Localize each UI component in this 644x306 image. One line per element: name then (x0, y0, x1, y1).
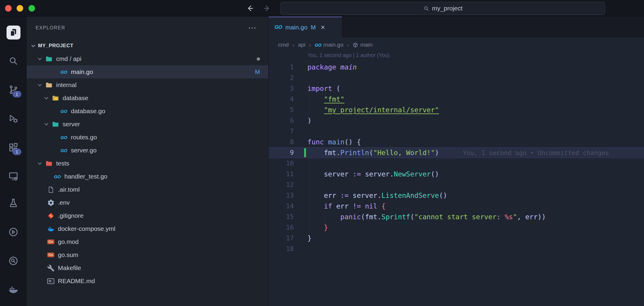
breadcrumb-label: main.go (323, 42, 344, 48)
chevron-down-icon (30, 43, 36, 49)
tab-label: main.go (285, 24, 307, 31)
run-debug-tab[interactable] (5, 110, 22, 127)
tree-item-label: routes.go (71, 134, 97, 141)
breadcrumb: cmd›api›GOmain.go›main (269, 37, 644, 52)
line-number: 8 (269, 137, 294, 147)
line-number: 3 (269, 83, 294, 94)
code-line-16[interactable]: 16 } (269, 222, 644, 233)
tree-item-label: README.md (58, 277, 95, 285)
vscode-window: my_project 1 1 (0, 0, 644, 306)
code-line-12[interactable]: 12 (269, 179, 644, 190)
code-text: if err != nil { (307, 202, 386, 210)
minimize-window-button[interactable] (17, 5, 23, 12)
tree-item-label: Makefile (58, 264, 81, 272)
maximize-window-button[interactable] (28, 5, 35, 12)
testing-tab[interactable] (5, 195, 22, 211)
code-line-10[interactable]: 10 (269, 158, 644, 169)
code-line-6[interactable]: 6) (269, 115, 644, 126)
tree-item-cmd-api[interactable]: cmd / api (27, 52, 268, 65)
run-debug-icon (8, 113, 19, 124)
tree-item-gitignore[interactable]: .gitignore (27, 209, 268, 222)
tree-item-label: .air.toml (58, 186, 80, 193)
code-line-17[interactable]: 17} (269, 233, 644, 244)
tree-item-docker-compose-yml[interactable]: docker-compose.yml (27, 222, 268, 235)
history-forward-button[interactable] (262, 4, 271, 13)
explorer-tab[interactable] (5, 24, 22, 41)
code-line-14[interactable]: 14 if err != nil { (269, 201, 644, 212)
code-line-13[interactable]: 13 err := server.ListenAndServe() (269, 190, 644, 201)
go-file-icon: GO (54, 174, 61, 179)
sidebar-explorer: EXPLORER ⋯ MY_PROJECT cmd / apiGOmain.go… (27, 17, 269, 306)
remote-explorer-tab[interactable] (5, 168, 22, 184)
go-file-icon: GO (61, 135, 67, 140)
code-text: server := server.NewServer() (307, 170, 439, 178)
code-text: package main (307, 63, 357, 71)
tree-item-readme-md[interactable]: M↓README.md (27, 275, 268, 288)
breadcrumb-label: main (360, 42, 372, 48)
extensions-tab[interactable]: 1 (5, 139, 22, 156)
tab-modified-badge: M (311, 24, 316, 31)
code-line-2[interactable]: 2 (269, 72, 644, 83)
code-line-5[interactable]: 5 "my_project/internal/server" (269, 105, 644, 115)
explorer-title: EXPLORER (36, 25, 65, 31)
breadcrumb-item[interactable]: api (298, 42, 305, 48)
command-center-search[interactable]: my_project (280, 2, 605, 15)
code-line-15[interactable]: 15 panic(fmt.Sprintf("cannot start serve… (269, 212, 644, 222)
tab-main-go[interactable]: GO main.go M × (269, 17, 342, 37)
line-number: 13 (269, 190, 294, 201)
tree-item-go-sum[interactable]: Gogo.sum (27, 248, 268, 261)
tree-item-go-mod[interactable]: Gogo.mod (27, 235, 268, 248)
line-number: 1 (269, 62, 294, 72)
beaker-icon (8, 198, 19, 208)
close-window-button[interactable] (5, 5, 12, 12)
tree-item-server[interactable]: server (27, 118, 268, 131)
code-text: "my_project/internal/server" (307, 106, 439, 114)
activity-bar: 1 1 (0, 17, 27, 306)
run-circle-tab[interactable] (5, 224, 22, 240)
tree-item-air-toml[interactable]: .air.toml (27, 183, 268, 196)
code-line-11[interactable]: 11 server := server.NewServer() (269, 169, 644, 179)
line-number: 5 (269, 105, 294, 115)
code-line-8[interactable]: 8func main() { (269, 137, 644, 147)
docker-tab[interactable] (5, 281, 22, 298)
source-control-tab[interactable]: 1 (5, 81, 22, 98)
files-icon (7, 26, 20, 40)
wrench-icon (47, 264, 55, 272)
code-text: ) (307, 117, 312, 124)
chevron-down-icon (37, 82, 45, 88)
inspect-circle-tab[interactable] (5, 253, 22, 269)
tree-item-tests[interactable]: tests (27, 157, 268, 170)
history-back-button[interactable] (246, 4, 255, 13)
breadcrumb-item[interactable]: cmd (278, 42, 289, 48)
tree-item-routes-go[interactable]: GOroutes.go (27, 131, 268, 144)
title-bar: my_project (0, 0, 644, 17)
tree-item-makefile[interactable]: Makefile (27, 261, 268, 275)
remote-explorer-icon (8, 171, 19, 182)
tree-item-server-go[interactable]: GOserver.go (27, 144, 268, 157)
code-line-3[interactable]: 3import ( (269, 83, 644, 94)
tree-item-handler-test-go[interactable]: GOhandler_test.go (27, 170, 268, 183)
code-line-18[interactable]: 18 (269, 244, 644, 254)
code-line-7[interactable]: 7 (269, 126, 644, 137)
workspace-section-header[interactable]: MY_PROJECT (27, 39, 268, 52)
breadcrumb-separator: › (347, 41, 349, 48)
arrow-left-icon (246, 4, 255, 13)
code-line-1[interactable]: 1package main (269, 62, 644, 72)
tree-item-main-go[interactable]: GOmain.goM (27, 65, 268, 78)
search-tab[interactable] (5, 53, 22, 69)
code-line-9[interactable]: 9 fmt.Println("Hello, World!")You, 1 sec… (269, 147, 644, 158)
chevron-down-icon (43, 121, 51, 127)
breadcrumb-separator: › (292, 41, 294, 48)
code-line-4[interactable]: 4 "fmt" (269, 94, 644, 105)
breadcrumb-item[interactable]: main (353, 42, 372, 48)
tree-item-database[interactable]: database (27, 92, 268, 105)
breadcrumb-item[interactable]: GOmain.go (315, 42, 343, 48)
close-icon[interactable]: × (321, 24, 325, 31)
tree-item-internal[interactable]: internal (27, 78, 268, 92)
tree-item-env[interactable]: .env (27, 196, 268, 209)
arrow-right-icon (262, 4, 271, 13)
more-actions-button[interactable]: ⋯ (246, 23, 258, 32)
tree-item-label: .gitignore (58, 212, 83, 219)
go-file-icon: GO (61, 109, 67, 114)
tree-item-database-go[interactable]: GOdatabase.go (27, 105, 268, 118)
